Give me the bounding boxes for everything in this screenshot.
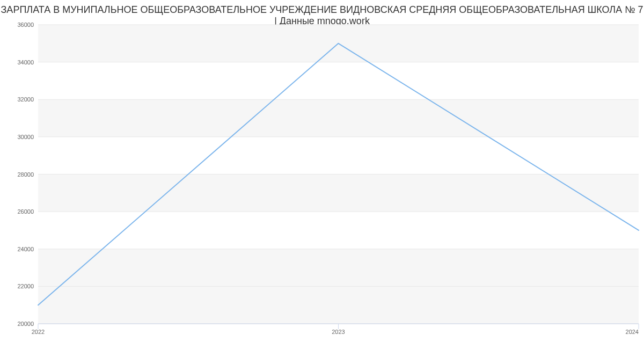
svg-rect-1 <box>38 249 639 287</box>
y-tick-label: 34000 <box>17 59 34 66</box>
svg-rect-2 <box>38 174 639 212</box>
svg-rect-3 <box>38 99 639 137</box>
y-tick-label: 28000 <box>17 171 34 178</box>
x-tick-label: 2022 <box>32 329 45 335</box>
x-tick-labels: 2022 2023 2024 <box>32 329 639 335</box>
y-tick-label: 36000 <box>17 21 34 28</box>
chart-container: ЗАРПЛАТА В МУНИПАЛЬНОЕ ОБЩЕОБРАЗОВАТЕЛЬН… <box>0 0 644 349</box>
plot-bands-real <box>38 25 639 286</box>
x-tick-label: 2023 <box>332 329 345 335</box>
x-tick-label: 2024 <box>626 329 639 335</box>
y-tick-label: 20000 <box>17 321 34 327</box>
y-tick-label: 30000 <box>17 134 34 140</box>
y-tick-label: 24000 <box>17 246 34 252</box>
svg-rect-0 <box>38 286 639 324</box>
chart-svg: 20000 22000 24000 26000 28000 30000 3200… <box>0 0 644 349</box>
plot-bands <box>38 286 639 324</box>
y-tick-label: 26000 <box>17 208 34 215</box>
y-tick-labels: 20000 22000 24000 26000 28000 30000 3200… <box>17 21 34 327</box>
y-tick-label: 32000 <box>17 96 34 103</box>
y-tick-label: 22000 <box>17 283 34 289</box>
